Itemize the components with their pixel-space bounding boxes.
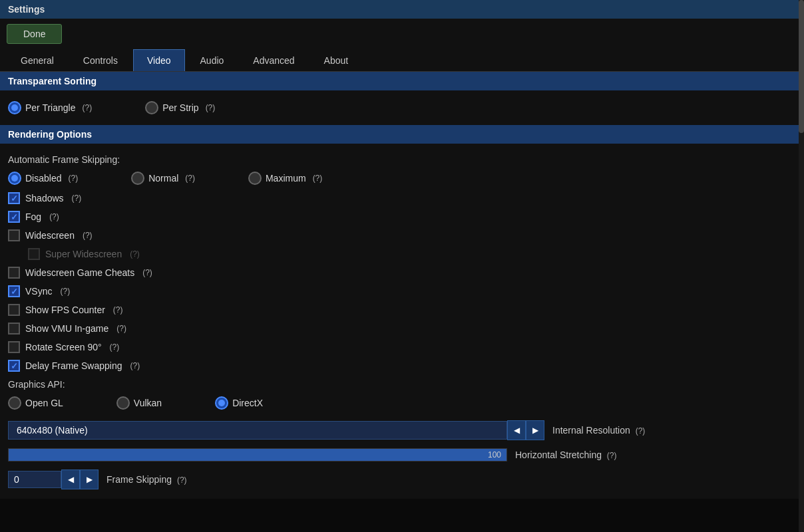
checkbox-delay-frame[interactable]: ✓ Delay Frame Swapping (?) [8,356,796,375]
checkbox-show-fps[interactable]: Show FPS Counter (?) [8,301,796,319]
checkbox-rotate-screen[interactable]: Rotate Screen 90° (?) [8,338,796,356]
super-widescreen-checkbox[interactable] [28,248,40,260]
vsync-checkbox[interactable]: ✓ [8,285,20,297]
frame-skip-maximum[interactable]: Maximum (?) [248,172,322,185]
frame-skip-normal-label: Normal [148,173,178,184]
opengl-label: Open GL [25,398,63,408]
per-strip-option[interactable]: Per Strip (?) [145,101,215,114]
widescreen-cheats-label: Widescreen Game Cheats [25,267,134,278]
resolution-left-arrow[interactable]: ◀ [507,420,526,440]
show-vmu-checkbox[interactable] [8,323,20,334]
widescreen-cheats-checkbox[interactable] [8,267,20,279]
tab-about[interactable]: About [310,49,363,71]
rendering-options-header: Rendering Options [0,125,804,144]
frame-skip-maximum-help[interactable]: (?) [313,174,323,183]
transparent-sorting-body: Per Triangle (?) Per Strip (?) [0,90,804,125]
directx-radio[interactable] [215,396,228,410]
checkbox-fog[interactable]: ✓ Fog (?) [8,207,796,226]
tab-advanced[interactable]: Advanced [239,49,308,71]
fog-help[interactable]: (?) [49,212,59,221]
frame-skip-disabled-help[interactable]: (?) [68,174,78,183]
frame-skip-value-input[interactable] [8,471,61,488]
horizontal-stretching-row: 100 Horizontal Stretching (?) [8,446,796,464]
horizontal-slider-track[interactable]: 100 [8,448,507,462]
transparent-sorting-header: Transparent Sorting [0,72,804,90]
checkbox-show-vmu[interactable]: Show VMU In-game (?) [8,319,796,338]
checkbox-vsync[interactable]: ✓ VSync (?) [8,282,796,301]
horizontal-slider-fill [9,449,506,461]
shadows-help[interactable]: (?) [72,194,82,203]
title-bar: Settings [0,0,804,19]
checkbox-shadows[interactable]: ✓ Shadows (?) [8,189,796,207]
super-widescreen-help: (?) [130,249,140,259]
checkbox-widescreen[interactable]: Widescreen (?) [8,226,796,245]
vsync-help[interactable]: (?) [60,287,70,296]
frame-skip-left-arrow[interactable]: ◀ [61,469,80,489]
scrollbar-thumb[interactable] [799,0,804,133]
opengl-radio[interactable] [8,396,21,410]
tabs-bar: General Controls Video Audio Advanced Ab… [0,49,804,72]
frame-skip-normal[interactable]: Normal (?) [131,172,195,185]
rotate-screen-checkbox[interactable] [8,341,20,353]
resolution-label: Internal Resolution (?) [544,425,645,436]
frame-skip-disabled-label: Disabled [25,173,61,184]
directx-label: DirectX [232,398,263,408]
rendering-options-body: Automatic Frame Skipping: Disabled (?) N… [0,144,804,499]
content-area: Transparent Sorting Per Triangle (?) Per… [0,72,804,532]
per-triangle-radio[interactable] [8,101,21,114]
rotate-screen-help[interactable]: (?) [110,342,120,352]
resolution-help[interactable]: (?) [636,426,646,436]
frame-skipping-slider-help[interactable]: (?) [177,475,187,485]
frame-skip-maximum-label: Maximum [266,173,306,184]
fog-label: Fog [25,211,41,222]
directx-option[interactable]: DirectX [215,396,263,410]
vulkan-option[interactable]: Vulkan [116,396,162,410]
delay-frame-label: Delay Frame Swapping [25,360,122,371]
tab-audio[interactable]: Audio [186,49,238,71]
horizontal-stretching-help[interactable]: (?) [607,451,617,460]
scrollbar[interactable] [799,0,804,532]
show-fps-help[interactable]: (?) [113,305,123,315]
frame-skip-normal-help[interactable]: (?) [185,174,195,183]
frame-skip-right-arrow[interactable]: ▶ [80,469,99,489]
super-widescreen-label: Super Widescreen [45,249,122,259]
widescreen-cheats-help[interactable]: (?) [142,268,152,277]
tab-controls[interactable]: Controls [69,49,132,71]
fog-checkbox[interactable]: ✓ [8,211,20,223]
resolution-right-arrow[interactable]: ▶ [526,420,544,440]
frame-skipping-slider-label: Frame Skipping (?) [99,474,187,485]
shadows-label: Shadows [25,193,64,203]
frame-skip-normal-radio[interactable] [131,172,144,185]
done-button[interactable]: Done [7,24,62,44]
frame-skipping-label: Automatic Frame Skipping: [8,150,796,168]
rotate-screen-label: Rotate Screen 90° [25,342,102,352]
vulkan-label: Vulkan [134,398,162,408]
checkbox-super-widescreen[interactable]: Super Widescreen (?) [28,245,796,263]
show-vmu-help[interactable]: (?) [116,324,126,333]
shadows-checkbox[interactable]: ✓ [8,192,20,204]
checkbox-widescreen-cheats[interactable]: Widescreen Game Cheats (?) [8,263,796,282]
title-text: Settings [8,4,45,15]
widescreen-label: Widescreen [25,230,75,241]
tab-video[interactable]: Video [133,49,185,71]
delay-frame-checkbox[interactable]: ✓ [8,360,20,372]
opengl-option[interactable]: Open GL [8,396,63,410]
per-triangle-option[interactable]: Per Triangle (?) [8,101,92,114]
toolbar: Done [0,19,804,49]
show-fps-checkbox[interactable] [8,304,20,316]
frame-skip-disabled-radio[interactable] [8,172,21,185]
per-strip-label: Per Strip [162,102,198,113]
vulkan-radio[interactable] [116,396,130,410]
frame-skip-maximum-radio[interactable] [248,172,262,185]
frame-skip-disabled[interactable]: Disabled (?) [8,172,78,185]
per-strip-help[interactable]: (?) [206,103,216,112]
widescreen-checkbox[interactable] [8,229,20,241]
tab-general[interactable]: General [7,49,68,71]
frame-skipping-slider-row: ◀ ▶ Frame Skipping (?) [8,467,796,492]
per-triangle-help[interactable]: (?) [82,103,92,112]
resolution-row: 640x480 (Native) ◀ ▶ Internal Resolution… [8,418,796,443]
widescreen-help[interactable]: (?) [83,231,93,240]
graphics-api-label: Graphics API: [8,375,796,392]
delay-frame-help[interactable]: (?) [130,361,140,370]
per-strip-radio[interactable] [145,101,158,114]
